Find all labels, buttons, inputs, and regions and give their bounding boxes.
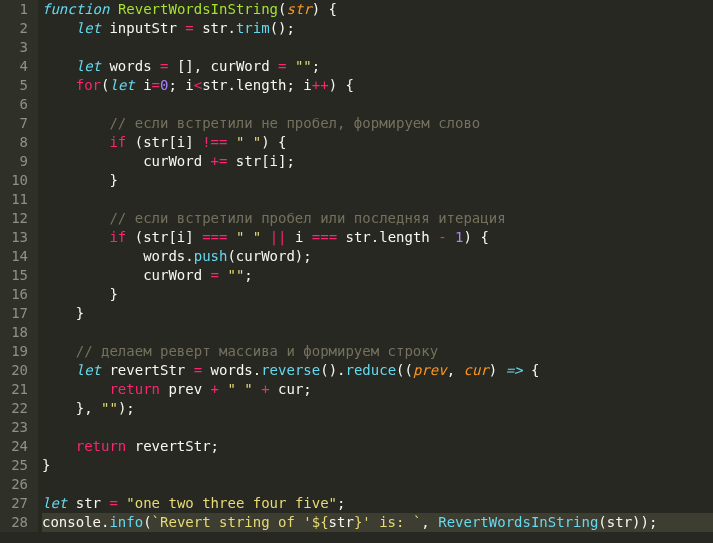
token: ||: [270, 229, 287, 245]
token: }' is: `: [354, 514, 421, 530]
code-line[interactable]: console.info(`Revert string of '${str}' …: [42, 513, 713, 532]
code-line[interactable]: curWord = "";: [42, 266, 713, 285]
line-number: 22: [6, 399, 28, 418]
token: trim: [236, 20, 270, 36]
token: str.length; i: [202, 77, 312, 93]
code-line[interactable]: }: [42, 171, 713, 190]
line-number: 28: [6, 513, 28, 532]
code-line[interactable]: }: [42, 456, 713, 475]
code-editor[interactable]: 1234567891011121314151617181920212223242…: [0, 0, 713, 532]
token: }: [42, 172, 118, 188]
code-line[interactable]: // делаем реверт массива и формируем стр…: [42, 342, 713, 361]
token: prev: [160, 381, 211, 397]
code-line[interactable]: let revertStr = words.reverse().reduce((…: [42, 361, 713, 380]
token: (str[i]: [126, 134, 202, 150]
token: ++: [312, 77, 329, 93]
line-number: 8: [6, 133, 28, 152]
token: words.: [42, 248, 194, 264]
line-number: 1: [6, 0, 28, 19]
token: [227, 134, 235, 150]
token: [42, 134, 109, 150]
token: [42, 77, 76, 93]
token: =>: [506, 362, 523, 378]
token: +: [261, 381, 269, 397]
token: ===: [312, 229, 337, 245]
code-line[interactable]: }: [42, 304, 713, 323]
token: {: [523, 362, 540, 378]
token: ,: [447, 362, 464, 378]
token: curWord: [42, 153, 211, 169]
line-number: 10: [6, 171, 28, 190]
line-number: 9: [6, 152, 28, 171]
code-line[interactable]: let str = "one two three four five";: [42, 494, 713, 513]
code-line[interactable]: if (str[i] !== " ") {: [42, 133, 713, 152]
token: ) {: [464, 229, 489, 245]
token: [42, 229, 109, 245]
token: `Revert string of '${: [152, 514, 329, 530]
token: ;: [337, 495, 345, 511]
code-line[interactable]: }: [42, 285, 713, 304]
token: if: [109, 229, 126, 245]
token: [447, 229, 455, 245]
code-line[interactable]: for(let i=0; i<str.length; i++) {: [42, 76, 713, 95]
line-number: 6: [6, 95, 28, 114]
line-number: 23: [6, 418, 28, 437]
code-line[interactable]: if (str[i] === " " || i === str.length -…: [42, 228, 713, 247]
code-line[interactable]: words.push(curWord);: [42, 247, 713, 266]
line-number: 17: [6, 304, 28, 323]
code-line[interactable]: [42, 190, 713, 209]
token: cur: [464, 362, 489, 378]
code-line[interactable]: curWord += str[i];: [42, 152, 713, 171]
code-line[interactable]: }, "");: [42, 399, 713, 418]
line-number: 18: [6, 323, 28, 342]
token: revertStr: [101, 362, 194, 378]
token: !==: [202, 134, 227, 150]
token: },: [42, 400, 101, 416]
token: ;: [312, 58, 320, 74]
token: console.: [42, 514, 109, 530]
code-line[interactable]: [42, 95, 713, 114]
token: ) {: [329, 77, 354, 93]
token: inputStr: [101, 20, 185, 36]
line-number: 25: [6, 456, 28, 475]
line-number: 27: [6, 494, 28, 513]
token: if: [109, 134, 126, 150]
token: "": [101, 400, 118, 416]
code-line[interactable]: return revertStr;: [42, 437, 713, 456]
line-number: 14: [6, 247, 28, 266]
token: [42, 438, 76, 454]
token: words.: [202, 362, 261, 378]
code-line[interactable]: [42, 323, 713, 342]
code-line[interactable]: [42, 418, 713, 437]
token: let: [76, 58, 101, 74]
line-number: 26: [6, 475, 28, 494]
token: [286, 58, 294, 74]
code-line[interactable]: let inputStr = str.trim();: [42, 19, 713, 38]
token: info: [109, 514, 143, 530]
token: =: [194, 362, 202, 378]
code-line[interactable]: // если встретили не пробел, формируем с…: [42, 114, 713, 133]
code-area[interactable]: function RevertWordsInString(str) { let …: [38, 0, 713, 532]
token: ().: [320, 362, 345, 378]
token: [261, 229, 269, 245]
code-line[interactable]: let words = [], curWord = "";: [42, 57, 713, 76]
code-line[interactable]: function RevertWordsInString(str) {: [42, 0, 713, 19]
token: [253, 381, 261, 397]
token: str[i];: [227, 153, 294, 169]
token: " ": [236, 134, 261, 150]
token: str: [67, 495, 109, 511]
token: str: [286, 1, 311, 17]
token: [42, 362, 76, 378]
token: [42, 381, 109, 397]
token: ;: [244, 267, 252, 283]
token: (: [143, 514, 151, 530]
token: ): [489, 362, 506, 378]
code-line[interactable]: // если встретили пробел или последняя и…: [42, 209, 713, 228]
code-line[interactable]: [42, 38, 713, 57]
token: =: [109, 495, 117, 511]
code-line[interactable]: return prev + " " + cur;: [42, 380, 713, 399]
token: RevertWordsInString: [438, 514, 598, 530]
token: // делаем реверт массива и формируем стр…: [76, 343, 438, 359]
code-line[interactable]: [42, 475, 713, 494]
token: ) {: [312, 1, 337, 17]
